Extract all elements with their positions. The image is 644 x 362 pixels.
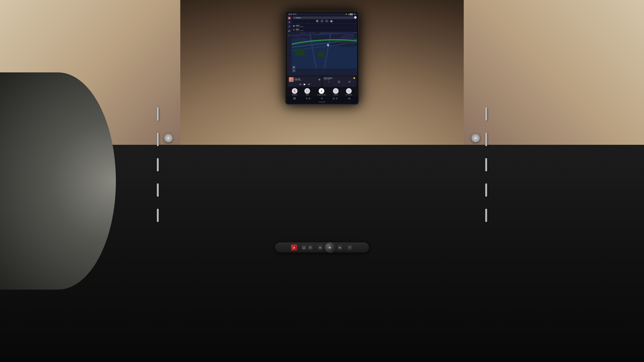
grid-icon: [293, 97, 296, 100]
favorite-button[interactable]: ☆: [328, 81, 330, 83]
right-knob[interactable]: [472, 134, 480, 142]
maps-logo-sidebar[interactable]: [288, 21, 291, 24]
left-temp-control[interactable]: 22°: [306, 97, 311, 100]
prev-track-button[interactable]: ⏮: [299, 83, 301, 85]
album-art: [289, 77, 294, 82]
bluetooth-status-icon: ⚡: [345, 13, 347, 15]
work-detail: 16 min · 12 km: [296, 30, 356, 31]
map-canvas[interactable]: Search ▾ ⛽ 🍴 🛒 ☕: [292, 16, 357, 76]
prev-track-physical[interactable]: ⏮: [318, 245, 322, 250]
network-type: 4G: [354, 13, 356, 15]
phone-widget: Anna's phone Strong signal ☆: [322, 76, 356, 87]
shop-category-btn[interactable]: 🛒: [325, 19, 328, 23]
hazard-button[interactable]: ▲: [291, 245, 297, 251]
right-temp-control[interactable]: 22°: [333, 97, 338, 100]
heated-seats-button[interactable]: [302, 245, 306, 250]
microphone-button[interactable]: 🎙: [288, 17, 291, 19]
music-header: Color Me Arizona Rain: [289, 77, 320, 82]
camera-app[interactable]: Camera: [333, 88, 338, 95]
gas-category-btn[interactable]: ⛽: [316, 19, 319, 23]
right-temp-value: 22°: [333, 98, 335, 99]
infotainment-screen: 10:45 22°C ⚡ ▲ ▌▌▌ 4G 🎙: [285, 11, 359, 105]
settings-sidebar-icon[interactable]: ⚙: [288, 25, 291, 28]
home-line: [319, 102, 325, 102]
work-destination[interactable]: 💼 Work 16 min · 12 km: [292, 28, 356, 32]
volume-sidebar-icon[interactable]: 🔊: [288, 29, 291, 32]
svg-point-34: [348, 91, 350, 92]
play-pause-knob[interactable]: ⏯: [325, 243, 335, 253]
food-category-btn[interactable]: 🍴: [320, 19, 324, 23]
status-left: 10:45 22°C: [288, 13, 296, 15]
radio-app[interactable]: Radio: [304, 88, 310, 95]
work-icon: 💼: [293, 29, 295, 31]
mode-button[interactable]: [348, 245, 352, 250]
screen-display: 10:45 22°C ⚡ ▲ ▌▌▌ 4G 🎙: [287, 13, 357, 103]
music-artist: Arizona Rain: [294, 80, 318, 81]
layers-sidebar-icon[interactable]: ≡: [288, 34, 291, 37]
svg-point-17: [294, 17, 295, 18]
spotify-icon: [319, 79, 320, 80]
vehicle-button[interactable]: [348, 97, 351, 100]
bottom-section: Color Me Arizona Rain ⏮ ▶ ⏭: [287, 76, 357, 103]
bluetooth-app-icon: [292, 88, 298, 94]
cafe-category-btn[interactable]: ☕: [330, 19, 333, 23]
category-icons-row: ⛽ 🍴 🛒 ☕: [292, 19, 356, 23]
drive-modes-app-icon: [346, 88, 352, 94]
wifi-icon: ▲: [348, 13, 349, 15]
music-title: Color Me: [294, 78, 318, 80]
map-sidebar: 🎙 ⚙ 🔊 ≡: [287, 16, 292, 76]
seat-heat-icon: [306, 97, 308, 100]
home-label: Home: [296, 25, 356, 26]
zoom-out-button[interactable]: −: [292, 69, 295, 72]
vehicle-icon: [348, 97, 351, 100]
home-destination[interactable]: 🏠 Home 9 min · 6.4 km: [292, 24, 356, 28]
radio-app-icon: [304, 88, 310, 94]
bluetooth-app[interactable]: Bluetooth: [292, 88, 298, 95]
phone-header: Anna's phone Strong signal: [324, 77, 355, 80]
recent-calls-button[interactable]: [338, 81, 340, 83]
heated-steering-button[interactable]: [308, 245, 312, 250]
search-bar[interactable]: Search ▾: [292, 16, 356, 19]
vent-blade: [485, 183, 487, 197]
vent-blade: [485, 209, 487, 222]
svg-rect-7: [318, 52, 324, 57]
maps-settings-icon[interactable]: [354, 16, 356, 18]
destination-list: 🏠 Home 9 min · 6.4 km: [292, 24, 357, 32]
svg-point-16: [327, 44, 329, 46]
signal-icon: ▌▌▌: [350, 13, 353, 15]
search-overlay: Search ▾ ⛽ 🍴 🛒 ☕: [292, 16, 357, 23]
radio-app-label: Radio: [306, 94, 309, 95]
separator: [315, 246, 315, 249]
vent-blade: [157, 183, 159, 197]
home-distance: 6.4 km: [300, 26, 303, 27]
bluetooth-app-label: Bluetooth: [292, 94, 297, 95]
drive-modes-app[interactable]: Drive modes: [346, 88, 352, 95]
right-air-vent: [470, 101, 502, 228]
google-assistant-app[interactable]: Google Assistant: [317, 88, 326, 95]
separator: [299, 246, 299, 249]
phone-signal: Strong signal: [324, 79, 332, 80]
separator: [345, 246, 345, 249]
car-interior: 10:45 22°C ⚡ ▲ ▌▌▌ 4G 🎙: [0, 0, 644, 362]
play-pause-button[interactable]: ▶: [304, 83, 306, 86]
vent-blade: [485, 133, 487, 146]
google-assistant-app-label: Google Assistant: [317, 94, 326, 95]
svg-rect-33: [336, 90, 337, 91]
left-temp-value: 22°: [308, 98, 311, 99]
fan-icon: [320, 97, 323, 100]
zoom-in-button[interactable]: +: [292, 66, 295, 69]
phone-info: Anna's phone Strong signal: [324, 77, 332, 80]
svg-line-45: [310, 248, 311, 248]
screen-bezel: 10:45 22°C ⚡ ▲ ▌▌▌ 4G 🎙: [286, 11, 358, 104]
fan-control[interactable]: [320, 97, 323, 100]
next-track-button[interactable]: ⏭: [308, 83, 310, 85]
contacts-button[interactable]: [348, 81, 351, 83]
controls-strip: ▲ ⏮ ⏯ ⏭: [275, 243, 369, 253]
search-input[interactable]: Search: [296, 17, 354, 18]
left-air-vent: [142, 101, 174, 228]
vent-blade: [157, 133, 159, 146]
work-label: Work: [296, 28, 356, 30]
camera-app-label: Camera: [334, 94, 338, 95]
apps-grid-button[interactable]: [293, 97, 296, 100]
next-track-physical[interactable]: ⏭: [338, 245, 342, 250]
